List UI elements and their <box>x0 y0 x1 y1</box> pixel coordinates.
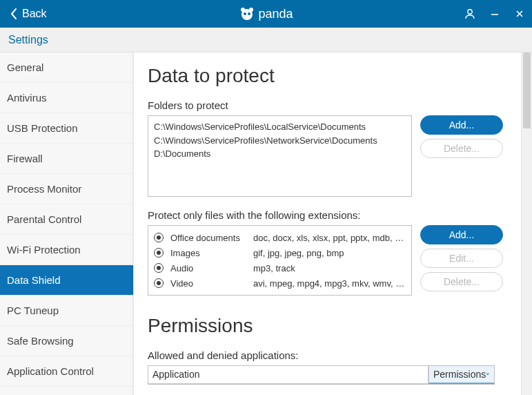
radio-icon[interactable] <box>154 248 164 258</box>
sidebar-item-data-shield[interactable]: Data Shield <box>0 265 133 296</box>
radio-icon[interactable] <box>154 233 164 242</box>
extension-row[interactable]: Audiomp3, track <box>154 260 406 276</box>
svg-point-4 <box>247 12 250 15</box>
close-icon <box>515 9 524 19</box>
extension-row[interactable]: Office documentsdoc, docx, xls, xlsx, pp… <box>154 230 406 245</box>
svg-point-3 <box>243 12 246 15</box>
extension-row[interactable]: Imagesgif, jpg, jpeg, png, bmp <box>154 245 406 260</box>
svg-point-5 <box>468 10 472 14</box>
extensions-delete-button: Delete... <box>420 272 503 291</box>
extension-row[interactable]: Videoavi, mpeg, mpg4, mpg3, mkv, wmv, mp… <box>154 276 406 291</box>
folder-item[interactable]: C:\Windows\ServiceProfiles\NetworkServic… <box>154 134 406 148</box>
folders-add-button[interactable]: Add... <box>420 115 503 135</box>
minimize-icon <box>490 9 500 19</box>
sidebar-item-wi-fi-protection[interactable]: Wi-Fi Protection <box>0 235 133 265</box>
scrollbar[interactable] <box>521 52 532 395</box>
permissions-label: Allowed and denied applications: <box>148 349 507 361</box>
folders-listbox[interactable]: C:\Windows\ServiceProfiles\LocalService\… <box>148 115 412 197</box>
extension-category: Video <box>170 278 253 289</box>
brand: panda <box>239 6 293 21</box>
permissions-header: Application Permissions <box>148 366 494 384</box>
main: GeneralAntivirusUSB ProtectionFirewallPr… <box>0 52 532 395</box>
folders-label: Folders to protect <box>148 99 507 111</box>
sidebar-item-safe-browsing[interactable]: Safe Browsing <box>0 326 133 356</box>
extensions-label: Protect only files with the following ex… <box>148 209 507 221</box>
sidebar-item-process-monitor[interactable]: Process Monitor <box>0 174 133 204</box>
sidebar-item-antivirus[interactable]: Antivirus <box>0 83 133 113</box>
scrollbar-thumb[interactable] <box>523 52 531 128</box>
content-wrap: Data to protect Folders to protect C:\Wi… <box>134 52 532 395</box>
back-label: Back <box>22 8 47 20</box>
heading-permissions: Permissions <box>148 315 507 337</box>
window-controls <box>457 0 532 28</box>
minimize-button[interactable] <box>482 0 507 28</box>
extension-list: mp3, track <box>253 263 406 273</box>
col-permissions[interactable]: Permissions <box>428 366 494 384</box>
close-button[interactable] <box>507 0 532 28</box>
radio-icon[interactable] <box>154 263 164 273</box>
user-button[interactable] <box>457 0 482 28</box>
extensions-edit-button: Edit... <box>420 249 503 268</box>
extensions-add-button[interactable]: Add... <box>420 225 503 244</box>
settings-header: Settings <box>0 28 532 52</box>
sort-icon <box>486 372 490 377</box>
extension-list: doc, docx, xls, xlsx, ppt, pptx, mdb, ac… <box>253 233 406 243</box>
content: Data to protect Folders to protect C:\Wi… <box>134 52 521 395</box>
chevron-left-icon <box>10 8 18 20</box>
extension-category: Audio <box>170 263 253 273</box>
panda-logo-icon <box>239 6 254 21</box>
sidebar-item-parental-control[interactable]: Parental Control <box>0 204 133 235</box>
sidebar-item-general[interactable]: General <box>0 52 133 83</box>
extensions-table[interactable]: Office documentsdoc, docx, xls, xlsx, pp… <box>148 225 412 296</box>
extension-category: Images <box>170 248 253 258</box>
heading-data-to-protect: Data to protect <box>148 65 507 87</box>
back-button[interactable]: Back <box>0 0 57 28</box>
permissions-table[interactable]: Application Permissions <box>148 365 495 385</box>
settings-label: Settings <box>8 34 48 46</box>
svg-point-2 <box>248 8 253 12</box>
user-icon <box>464 8 476 20</box>
extension-list: gif, jpg, jpeg, png, bmp <box>253 248 406 258</box>
col-application[interactable]: Application <box>148 366 428 384</box>
svg-point-1 <box>240 8 244 12</box>
sidebar: GeneralAntivirusUSB ProtectionFirewallPr… <box>0 52 134 395</box>
title-bar: Back panda <box>0 0 532 28</box>
sidebar-item-usb-protection[interactable]: USB Protection <box>0 113 133 144</box>
brand-text: panda <box>258 7 293 21</box>
extension-category: Office documents <box>170 233 253 243</box>
folder-item[interactable]: D:\Documents <box>154 147 406 161</box>
sidebar-item-pc-tuneup[interactable]: PC Tuneup <box>0 296 133 326</box>
sidebar-item-application-control[interactable]: Application Control <box>0 356 133 387</box>
sidebar-item-firewall[interactable]: Firewall <box>0 144 133 174</box>
radio-icon[interactable] <box>154 278 164 288</box>
folder-item[interactable]: C:\Windows\ServiceProfiles\LocalService\… <box>154 120 406 134</box>
extension-list: avi, mpeg, mpg4, mpg3, mkv, wmv, mpg, m.… <box>253 278 406 289</box>
folders-delete-button: Delete... <box>420 139 503 158</box>
